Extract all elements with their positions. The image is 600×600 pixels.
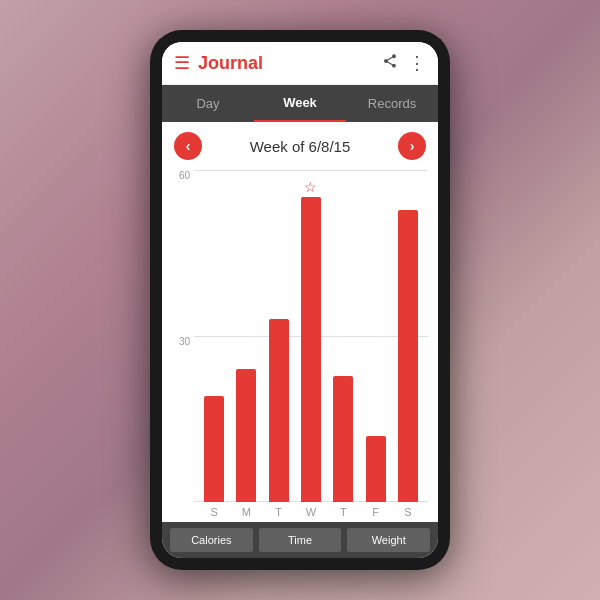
tab-day[interactable]: Day (162, 86, 254, 121)
bar-item-F-5 (359, 170, 391, 502)
app-header: ☰ Journal ⋮ (162, 42, 438, 85)
x-label-3: W (295, 506, 327, 518)
y-axis: 60 30 (172, 170, 194, 522)
bottom-bar: Calories Time Weight (162, 522, 438, 558)
weight-button[interactable]: Weight (347, 528, 430, 552)
tab-records[interactable]: Records (346, 86, 438, 121)
chart-area: 60 30 ☆ (162, 170, 438, 522)
phone-screen: ☰ Journal ⋮ Day Week Records ‹ Week of 6… (162, 42, 438, 558)
menu-icon[interactable]: ☰ (174, 52, 190, 74)
bar-item-S-0 (198, 170, 230, 502)
x-labels: SMTWTFS (194, 502, 428, 522)
x-label-0: S (198, 506, 230, 518)
phone-frame: ☰ Journal ⋮ Day Week Records ‹ Week of 6… (150, 30, 450, 570)
x-label-2: T (263, 506, 295, 518)
bar-0 (204, 396, 224, 502)
week-label: Week of 6/8/15 (202, 138, 398, 155)
calories-button[interactable]: Calories (170, 528, 253, 552)
bar-item-W-3: ☆ (295, 170, 327, 502)
week-navigation: ‹ Week of 6/8/15 › (162, 122, 438, 170)
bar-item-T-4 (327, 170, 359, 502)
tab-week[interactable]: Week (254, 85, 346, 122)
y-label-30: 30 (179, 336, 190, 347)
chart-content: 60 30 ☆ (172, 170, 428, 522)
bar-item-T-2 (263, 170, 295, 502)
app-title: Journal (198, 53, 372, 74)
time-button[interactable]: Time (259, 528, 342, 552)
bar-4 (333, 376, 353, 502)
next-week-button[interactable]: › (398, 132, 426, 160)
bar-2 (269, 319, 289, 502)
bar-6 (398, 210, 418, 502)
bar-1 (236, 369, 256, 502)
bars-area: ☆ SMTWTFS (194, 170, 428, 522)
more-icon[interactable]: ⋮ (408, 52, 426, 74)
chart-wrapper: 60 30 ☆ (172, 170, 428, 522)
bar-item-S-6 (392, 170, 424, 502)
star-icon: ☆ (304, 179, 317, 195)
bars-container: ☆ (194, 170, 428, 502)
y-label-60: 60 (179, 170, 190, 181)
tab-bar: Day Week Records (162, 85, 438, 122)
bar-item-M-1 (230, 170, 262, 502)
bar-5 (366, 436, 386, 502)
x-label-6: S (392, 506, 424, 518)
share-icon[interactable] (382, 53, 398, 74)
bar-3: ☆ (301, 197, 321, 502)
x-label-5: F (359, 506, 391, 518)
x-label-4: T (327, 506, 359, 518)
prev-week-button[interactable]: ‹ (174, 132, 202, 160)
x-label-1: M (230, 506, 262, 518)
